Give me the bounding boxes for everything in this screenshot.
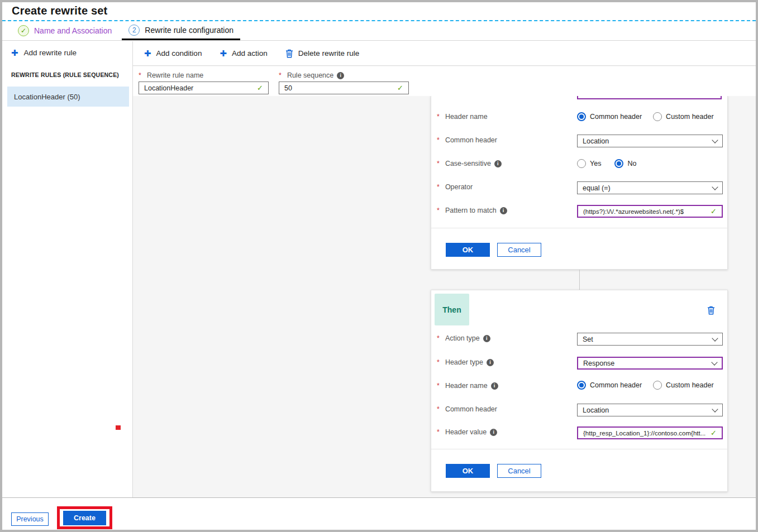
action-type-label-row: Action type i bbox=[437, 334, 490, 342]
ok-label: OK bbox=[463, 246, 474, 254]
custom-header-radio[interactable]: Custom header bbox=[653, 112, 713, 121]
dropdown-value: Set bbox=[583, 336, 593, 343]
pattern-to-match-label: Pattern to match bbox=[445, 207, 497, 214]
then-card-ok-button[interactable]: OK bbox=[446, 464, 490, 478]
operator-label-row: Operator bbox=[437, 183, 473, 191]
clipped-header-type-input[interactable] bbox=[577, 96, 722, 99]
chevron-down-icon bbox=[712, 184, 718, 190]
rule-sequence-input[interactable]: 50 ✓ bbox=[279, 82, 409, 94]
required-asterisk bbox=[437, 334, 442, 342]
completed-step-check-icon: ✓ bbox=[18, 25, 29, 36]
required-asterisk bbox=[437, 183, 442, 191]
required-asterisk bbox=[437, 136, 442, 144]
card-divider bbox=[431, 228, 727, 228]
create-button[interactable]: Create bbox=[63, 511, 106, 525]
wizard-footer: Previous Create bbox=[2, 497, 756, 530]
common-header-radio[interactable]: Common header bbox=[577, 112, 642, 121]
card-connector-line bbox=[579, 270, 580, 290]
info-icon[interactable]: i bbox=[490, 429, 497, 436]
delete-rewrite-rule-label: Delete rewrite rule bbox=[298, 49, 360, 57]
common-header-label: Common header bbox=[445, 136, 497, 144]
if-card-cancel-button[interactable]: Cancel bbox=[497, 243, 541, 257]
chevron-down-icon bbox=[712, 335, 718, 341]
dropdown-value: Location bbox=[583, 137, 609, 145]
plus-icon: ✚ bbox=[144, 49, 151, 57]
radio-label: Common header bbox=[590, 113, 642, 121]
rule-toolbar: ✚ Add condition ✚ Add action bbox=[133, 41, 756, 66]
chevron-down-icon bbox=[712, 137, 718, 143]
action-type-dropdown[interactable]: Set bbox=[577, 333, 723, 346]
red-marker-dot bbox=[116, 425, 121, 430]
radio-label: Custom header bbox=[666, 381, 713, 389]
rule-list-item-locationheader[interactable]: LocationHeader (50) bbox=[7, 87, 129, 107]
add-rewrite-rule-button[interactable]: ✚ Add rewrite rule bbox=[11, 49, 77, 57]
info-icon[interactable]: i bbox=[491, 382, 498, 390]
info-icon[interactable]: i bbox=[487, 359, 494, 366]
header-type-dropdown[interactable]: Response bbox=[577, 357, 723, 370]
rewrite-rule-name-value: LocationHeader bbox=[144, 84, 193, 92]
page-header: Create rewrite set bbox=[2, 2, 756, 20]
rewrite-rule-name-input[interactable]: LocationHeader ✓ bbox=[139, 82, 269, 94]
tab-rewrite-rule-configuration[interactable]: 2 Rewrite rule configuration bbox=[122, 21, 240, 40]
operator-dropdown[interactable]: equal (=) bbox=[577, 181, 723, 194]
then-card-cancel-button[interactable]: Cancel bbox=[497, 464, 541, 478]
case-sensitive-no-radio[interactable]: No bbox=[614, 159, 636, 168]
info-icon[interactable]: i bbox=[337, 72, 344, 79]
info-icon[interactable]: i bbox=[494, 160, 502, 167]
case-sensitive-yes-radio[interactable]: Yes bbox=[577, 159, 601, 168]
rewrite-rule-name-label: Rewrite rule name bbox=[147, 71, 203, 79]
common-header-radio[interactable]: Common header bbox=[577, 381, 642, 390]
common-header-dropdown[interactable]: Location bbox=[577, 135, 723, 147]
radio-icon bbox=[577, 159, 586, 168]
add-condition-button[interactable]: ✚ Add condition bbox=[144, 49, 202, 57]
header-value-text: {http_resp_Location_1}://contoso.com{htt… bbox=[583, 430, 705, 437]
case-sensitive-label: Case-sensitive bbox=[445, 160, 491, 167]
tab-name-and-association[interactable]: ✓ Name and Association bbox=[11, 21, 118, 40]
required-asterisk bbox=[437, 113, 442, 121]
custom-header-radio[interactable]: Custom header bbox=[653, 381, 713, 390]
trash-icon bbox=[707, 307, 715, 317]
common-header-dropdown[interactable]: Location bbox=[577, 404, 723, 416]
header-name-label: Header name bbox=[445, 113, 488, 121]
create-rewrite-set-page: Create rewrite set ✓ Name and Associatio… bbox=[0, 0, 758, 532]
dropdown-value: Response bbox=[583, 360, 614, 367]
header-value-label: Header value bbox=[445, 428, 487, 436]
rule-canvas[interactable]: Header name Common header Custom header bbox=[133, 96, 756, 497]
info-icon[interactable]: i bbox=[483, 335, 490, 342]
valid-check-icon: ✓ bbox=[257, 84, 263, 92]
add-condition-label: Add condition bbox=[156, 49, 202, 57]
header-name-label-row: Header name i bbox=[437, 382, 498, 390]
required-asterisk bbox=[437, 405, 442, 413]
wizard-tab-bar: ✓ Name and Association 2 Rewrite rule co… bbox=[2, 21, 756, 41]
pattern-to-match-input[interactable]: (https?):\/\/.*azurewebsites\.net(.*)$ ✓ bbox=[577, 205, 723, 218]
previous-button[interactable]: Previous bbox=[11, 512, 49, 526]
valid-check-icon: ✓ bbox=[711, 207, 717, 215]
tab-label: Name and Association bbox=[34, 26, 112, 35]
info-icon[interactable]: i bbox=[500, 207, 507, 214]
chevron-down-icon bbox=[712, 406, 718, 412]
rule-name-row: Rewrite rule name LocationHeader ✓ Rule … bbox=[133, 66, 756, 96]
delete-rewrite-rule-button[interactable]: Delete rewrite rule bbox=[285, 49, 360, 58]
required-asterisk bbox=[437, 160, 442, 167]
if-condition-card: Header name Common header Custom header bbox=[431, 96, 728, 270]
common-header-label-row: Common header bbox=[437, 405, 497, 413]
required-asterisk bbox=[279, 71, 284, 79]
header-name-label-row: Header name bbox=[437, 113, 488, 121]
radio-icon bbox=[653, 381, 662, 390]
if-card-ok-button[interactable]: OK bbox=[446, 243, 490, 257]
add-action-button[interactable]: ✚ Add action bbox=[220, 49, 267, 57]
rule-sequence-value: 50 bbox=[284, 84, 292, 92]
rewrite-rule-name-group: Rewrite rule name LocationHeader ✓ bbox=[139, 71, 269, 94]
header-value-input[interactable]: {http_resp_Location_1}://contoso.com{htt… bbox=[577, 426, 723, 439]
header-name-label: Header name bbox=[445, 382, 488, 390]
delete-action-button[interactable] bbox=[707, 306, 715, 315]
header-value-label-row: Header value i bbox=[437, 428, 497, 436]
step-2-number-icon: 2 bbox=[128, 25, 140, 36]
action-type-label: Action type bbox=[445, 334, 480, 342]
rewrite-rules-sidebar: ✚ Add rewrite rule REWRITE RULES (RULE S… bbox=[2, 41, 133, 497]
required-asterisk bbox=[139, 71, 144, 79]
chevron-down-icon bbox=[711, 359, 717, 365]
required-asterisk bbox=[437, 358, 442, 366]
operator-label: Operator bbox=[445, 183, 473, 191]
required-asterisk bbox=[437, 382, 442, 390]
